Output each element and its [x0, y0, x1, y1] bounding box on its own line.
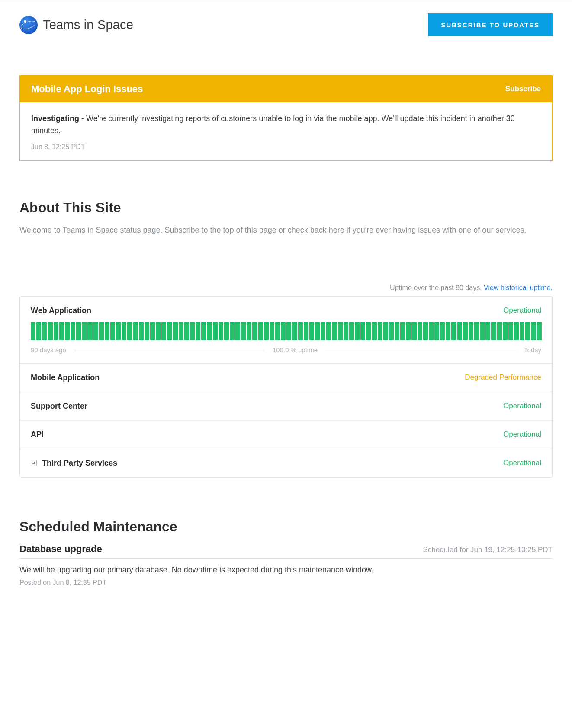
- uptime-bar[interactable]: [366, 322, 371, 340]
- uptime-bar[interactable]: [252, 322, 257, 340]
- uptime-bar[interactable]: [480, 322, 485, 340]
- uptime-bar[interactable]: [463, 322, 468, 340]
- uptime-bar[interactable]: [116, 322, 121, 340]
- uptime-bar[interactable]: [508, 322, 513, 340]
- uptime-bar[interactable]: [309, 322, 314, 340]
- uptime-bar[interactable]: [292, 322, 297, 340]
- uptime-bar[interactable]: [207, 322, 212, 340]
- incident-title: Mobile App Login Issues: [31, 83, 143, 95]
- uptime-bar[interactable]: [315, 322, 320, 340]
- uptime-bar[interactable]: [281, 322, 286, 340]
- uptime-bar[interactable]: [150, 322, 155, 340]
- uptime-bar[interactable]: [190, 322, 195, 340]
- uptime-bar[interactable]: [82, 322, 87, 340]
- uptime-bar[interactable]: [42, 322, 47, 340]
- uptime-bar[interactable]: [139, 322, 144, 340]
- uptime-bar[interactable]: [332, 322, 337, 340]
- uptime-bar[interactable]: [36, 322, 41, 340]
- uptime-bar[interactable]: [247, 322, 251, 340]
- expand-icon[interactable]: [31, 460, 37, 466]
- uptime-bar[interactable]: [378, 322, 382, 340]
- uptime-bar[interactable]: [457, 322, 462, 340]
- uptime-bar[interactable]: [349, 322, 354, 340]
- uptime-bar[interactable]: [87, 322, 92, 340]
- maintenance-name[interactable]: Database upgrade: [19, 543, 102, 555]
- uptime-bar[interactable]: [76, 322, 81, 340]
- uptime-bar[interactable]: [298, 322, 303, 340]
- page-header: Teams in Space SUBSCRIBE TO UPDATES: [19, 13, 553, 36]
- uptime-bar[interactable]: [93, 322, 98, 340]
- uptime-bar[interactable]: [514, 322, 519, 340]
- uptime-bar[interactable]: [360, 322, 365, 340]
- uptime-bar[interactable]: [531, 322, 536, 340]
- uptime-bar[interactable]: [474, 322, 479, 340]
- uptime-bar[interactable]: [440, 322, 445, 340]
- uptime-bar[interactable]: [395, 322, 399, 340]
- uptime-bar[interactable]: [48, 322, 52, 340]
- brand[interactable]: Teams in Space: [19, 16, 133, 34]
- uptime-bar[interactable]: [372, 322, 376, 340]
- uptime-bar[interactable]: [161, 322, 166, 340]
- uptime-bar[interactable]: [241, 322, 246, 340]
- uptime-bar[interactable]: [127, 322, 132, 340]
- uptime-bar[interactable]: [133, 322, 138, 340]
- uptime-bar[interactable]: [537, 322, 542, 340]
- uptime-bar[interactable]: [491, 322, 496, 340]
- uptime-bar[interactable]: [31, 322, 35, 340]
- uptime-bar[interactable]: [213, 322, 218, 340]
- uptime-bar[interactable]: [54, 322, 58, 340]
- uptime-bar[interactable]: [451, 322, 456, 340]
- uptime-bar[interactable]: [156, 322, 161, 340]
- uptime-bar[interactable]: [65, 322, 70, 340]
- uptime-bar[interactable]: [525, 322, 530, 340]
- uptime-bar[interactable]: [145, 322, 149, 340]
- uptime-bar[interactable]: [179, 322, 183, 340]
- uptime-bar[interactable]: [355, 322, 360, 340]
- uptime-bar[interactable]: [406, 322, 411, 340]
- uptime-bar[interactable]: [105, 322, 109, 340]
- uptime-bar[interactable]: [400, 322, 405, 340]
- component-row: Mobile ApplicationDegraded Performance: [20, 363, 552, 392]
- uptime-bar[interactable]: [122, 322, 126, 340]
- uptime-bar[interactable]: [418, 322, 422, 340]
- uptime-bar[interactable]: [235, 322, 240, 340]
- uptime-bar[interactable]: [497, 322, 502, 340]
- uptime-bar[interactable]: [196, 322, 200, 340]
- uptime-bar[interactable]: [184, 322, 189, 340]
- historical-uptime-link[interactable]: View historical uptime.: [484, 284, 553, 291]
- uptime-bar[interactable]: [485, 322, 490, 340]
- uptime-bar[interactable]: [110, 322, 115, 340]
- component-status: Operational: [503, 459, 541, 467]
- uptime-bar[interactable]: [270, 322, 274, 340]
- uptime-bar[interactable]: [275, 322, 280, 340]
- uptime-bar[interactable]: [59, 322, 64, 340]
- uptime-bar[interactable]: [304, 322, 308, 340]
- uptime-bar[interactable]: [434, 322, 439, 340]
- uptime-bar[interactable]: [503, 322, 508, 340]
- incident-subscribe-link[interactable]: Subscribe: [505, 85, 541, 93]
- uptime-bar[interactable]: [219, 322, 223, 340]
- uptime-bar[interactable]: [321, 322, 325, 340]
- uptime-bar[interactable]: [258, 322, 263, 340]
- uptime-bar[interactable]: [383, 322, 388, 340]
- uptime-bar[interactable]: [173, 322, 178, 340]
- uptime-bar[interactable]: [446, 322, 450, 340]
- uptime-bar[interactable]: [411, 322, 416, 340]
- uptime-bar[interactable]: [423, 322, 428, 340]
- uptime-bar[interactable]: [71, 322, 75, 340]
- subscribe-updates-button[interactable]: SUBSCRIBE TO UPDATES: [428, 13, 553, 36]
- uptime-bar[interactable]: [429, 322, 434, 340]
- uptime-bar[interactable]: [338, 322, 343, 340]
- uptime-bar[interactable]: [326, 322, 331, 340]
- uptime-bar[interactable]: [167, 322, 172, 340]
- uptime-bar[interactable]: [344, 322, 348, 340]
- uptime-bar[interactable]: [99, 322, 104, 340]
- uptime-bar[interactable]: [201, 322, 206, 340]
- uptime-bar[interactable]: [230, 322, 235, 340]
- uptime-bar[interactable]: [520, 322, 524, 340]
- uptime-bar[interactable]: [469, 322, 473, 340]
- uptime-bar[interactable]: [286, 322, 291, 340]
- uptime-bar[interactable]: [264, 322, 269, 340]
- uptime-bar[interactable]: [224, 322, 229, 340]
- uptime-bar[interactable]: [389, 322, 394, 340]
